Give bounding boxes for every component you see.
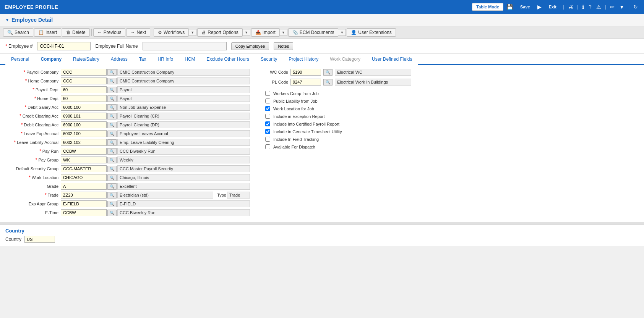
report-options-dropdown-arrow[interactable]: ▼ — [243, 29, 250, 36]
etime-input[interactable] — [61, 209, 107, 216]
pay-run-search[interactable]: 🔍 — [107, 148, 117, 155]
insert-button[interactable]: 📋 Insert — [34, 28, 61, 37]
save-button[interactable]: Save — [516, 3, 534, 11]
tab-hr-info[interactable]: HR Info — [152, 54, 179, 65]
debit-clearing-acc-label: * Debit Clearing Acc — [5, 122, 61, 128]
work-location-search[interactable]: 🔍 — [107, 174, 117, 181]
ecm-button[interactable]: 📎 ECM Documents — [288, 28, 339, 37]
payroll-company-search[interactable]: 🔍 — [107, 69, 117, 76]
tab-security[interactable]: Security — [255, 54, 283, 65]
home-company-input[interactable] — [61, 77, 107, 84]
notes-button[interactable]: Notes — [274, 42, 293, 50]
table-mode-button[interactable]: Table Mode — [472, 3, 503, 11]
grade-search[interactable]: 🔍 — [107, 183, 117, 190]
save-icon[interactable]: 💾 — [505, 3, 514, 11]
home-company-search[interactable]: 🔍 — [107, 78, 117, 84]
exit-button[interactable]: Exit — [545, 3, 561, 11]
delete-button[interactable]: 🗑 Delete — [62, 28, 90, 37]
tab-company[interactable]: Company — [35, 54, 67, 65]
home-dept-input[interactable] — [61, 95, 107, 102]
help-icon[interactable]: ? — [587, 3, 593, 11]
default-security-group-row: Default Security Group 🔍 — [5, 165, 250, 172]
home-dept-search[interactable]: 🔍 — [107, 95, 117, 102]
trade-search[interactable]: 🔍 — [107, 192, 117, 199]
pl-code-search[interactable]: 🔍 — [323, 79, 333, 86]
debit-clearing-acc-search[interactable]: 🔍 — [107, 122, 117, 128]
collapse-icon[interactable]: ▼ — [5, 18, 9, 22]
include-in-exception-report-checkbox[interactable] — [265, 114, 270, 119]
info-icon[interactable]: ℹ — [581, 3, 586, 11]
available-for-dispatch-checkbox[interactable] — [265, 144, 270, 149]
alert-icon[interactable]: ⚠ — [595, 3, 603, 11]
trade-input[interactable] — [61, 192, 107, 199]
include-in-field-tracking-checkbox[interactable] — [265, 137, 270, 142]
leave-exp-accrual-search[interactable]: 🔍 — [107, 131, 117, 137]
pl-code-input[interactable] — [290, 79, 321, 86]
country-input[interactable] — [24, 236, 55, 243]
work-location-for-job-label: Work Location for Job — [273, 107, 314, 111]
tab-exclude-other-hours[interactable]: Exclude Other Hours — [201, 54, 255, 65]
include-into-certified-payroll-checkbox[interactable] — [265, 121, 270, 126]
exp-appr-group-search[interactable]: 🔍 — [107, 201, 117, 207]
grade-label: Grade — [5, 184, 61, 189]
import-dropdown-arrow[interactable]: ▼ — [280, 29, 287, 36]
workflows-button[interactable]: ⚙ Workflows — [154, 28, 189, 37]
workflows-group: ⚙ Workflows ▼ — [154, 28, 196, 37]
refresh-icon[interactable]: ↻ — [632, 3, 639, 11]
tab-user-defined-fields[interactable]: User Defined Fields — [366, 54, 418, 65]
report-options-button[interactable]: 🖨 Report Options — [197, 28, 243, 37]
previous-button[interactable]: ← Previous — [93, 28, 126, 37]
tab-address[interactable]: Address — [105, 54, 133, 65]
work-location-for-job-checkbox[interactable] — [265, 106, 270, 111]
default-security-group-search[interactable]: 🔍 — [107, 166, 117, 172]
toolbar: 🔍 Search 📋 Insert 🗑 Delete ← Previous → … — [0, 26, 644, 39]
pay-run-input[interactable] — [61, 148, 107, 155]
tab-hcm[interactable]: HCM — [179, 54, 201, 65]
default-security-group-input[interactable] — [61, 165, 107, 172]
ecm-dropdown-arrow[interactable]: ▼ — [338, 29, 346, 36]
etime-search[interactable]: 🔍 — [107, 210, 117, 216]
country-label: Country — [5, 237, 21, 242]
debit-salary-acc-search[interactable]: 🔍 — [107, 104, 117, 111]
copy-employee-button[interactable]: Copy Employee — [231, 42, 269, 50]
debit-clearing-acc-input[interactable] — [61, 121, 107, 128]
payroll-dept-input[interactable] — [61, 86, 107, 93]
import-button[interactable]: 📥 Import — [251, 28, 280, 37]
tab-rates-salary[interactable]: Rates/Salary — [67, 54, 105, 65]
pay-group-input[interactable] — [61, 157, 107, 163]
public-liability-from-job-checkbox[interactable] — [265, 98, 270, 103]
search-button[interactable]: 🔍 Search — [3, 28, 33, 37]
edit-icon[interactable]: ✏ — [608, 3, 616, 11]
print-icon[interactable]: 🖨 — [566, 3, 575, 11]
debit-salary-acc-input[interactable] — [61, 104, 107, 111]
employee-fullname-input[interactable] — [143, 42, 227, 50]
ecm-group: 📎 ECM Documents ▼ — [288, 28, 346, 37]
pl-code-desc — [335, 79, 411, 86]
tab-personal[interactable]: Personal — [5, 54, 35, 65]
employee-number-input[interactable] — [37, 42, 91, 50]
user-extensions-button[interactable]: 👤 User Extensions — [347, 28, 396, 37]
exp-appr-group-input[interactable] — [61, 200, 107, 207]
payroll-company-input[interactable] — [61, 69, 107, 76]
work-location-input[interactable] — [61, 174, 107, 181]
tab-tax[interactable]: Tax — [133, 54, 152, 65]
leave-exp-accrual-desc — [117, 130, 250, 137]
payroll-dept-search[interactable]: 🔍 — [107, 87, 117, 93]
workers-comp-from-job-checkbox[interactable] — [265, 91, 270, 96]
grade-input[interactable] — [61, 183, 107, 190]
tab-project-history[interactable]: Project History — [283, 54, 324, 65]
section-header: ▼ Employee Detail — [0, 14, 644, 26]
next-button[interactable]: → Next — [126, 28, 150, 37]
pay-group-search[interactable]: 🔍 — [107, 157, 117, 163]
dropdown-icon[interactable]: ▼ — [618, 3, 626, 11]
wc-code-search[interactable]: 🔍 — [323, 69, 333, 76]
credit-clearing-acc-search[interactable]: 🔍 — [107, 113, 117, 119]
leave-liability-accrual-search[interactable]: 🔍 — [107, 139, 117, 146]
exit-icon[interactable]: ▶ — [536, 3, 543, 11]
workflows-dropdown-arrow[interactable]: ▼ — [189, 29, 196, 36]
include-in-generate-timesheet-checkbox[interactable] — [265, 129, 270, 134]
credit-clearing-acc-input[interactable] — [61, 113, 107, 119]
leave-liability-accrual-input[interactable] — [61, 139, 107, 146]
wc-code-input[interactable] — [290, 69, 321, 76]
leave-exp-accrual-input[interactable] — [61, 130, 107, 137]
